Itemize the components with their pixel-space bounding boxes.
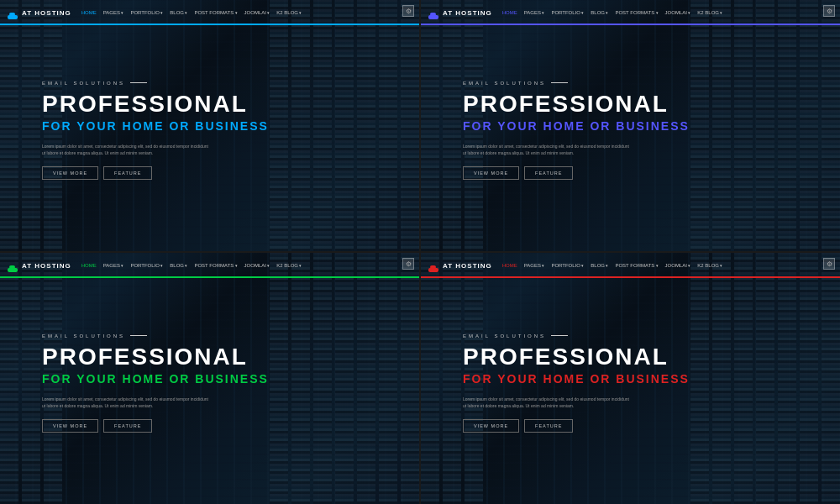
- feature-btn-3[interactable]: FEATURE: [103, 419, 152, 433]
- eyebrow-3: EMAIL SOLUTIONS: [42, 333, 147, 339]
- cloud-icon-4: [428, 261, 439, 270]
- buttons-3: VIEW MORE FEATURE: [42, 419, 152, 433]
- desc-1: Lorem ipsum dolor sit amet, consectetur …: [42, 143, 210, 156]
- settings-button-2[interactable]: ⚙: [823, 5, 835, 17]
- preview-card-3: AT HOSTING HOME PAGES PORTFOLIO BLOG POS…: [0, 253, 419, 504]
- desc-2: Lorem ipsum dolor sit amet, consectetur …: [463, 143, 631, 156]
- nav-joomlai-2[interactable]: JOOMLAI: [665, 10, 691, 15]
- content-1: AT HOSTING HOME PAGES PORTFOLIO BLOG POS…: [0, 0, 419, 251]
- brand-3: AT HOSTING: [7, 261, 71, 270]
- hero-1: EMAIL SOLUTIONS PROFESSIONAL FOR YOUR HO…: [0, 25, 419, 251]
- nav-postformats-4[interactable]: POST FORMATS: [615, 263, 658, 268]
- brand-name-2: AT HOSTING: [443, 9, 492, 17]
- content-4: AT HOSTING HOME PAGES PORTFOLIO BLOG POS…: [421, 253, 840, 504]
- subtitle-2: FOR YOUR HOME OR BUSINESS: [463, 119, 690, 133]
- cloud-icon-3: [7, 261, 18, 270]
- svg-rect-7: [430, 265, 436, 269]
- hero-4: EMAIL SOLUTIONS PROFESSIONAL FOR YOUR HO…: [421, 278, 840, 504]
- nav-postformats-2[interactable]: POST FORMATS: [615, 10, 658, 15]
- hero-3: EMAIL SOLUTIONS PROFESSIONAL FOR YOUR HO…: [0, 278, 419, 504]
- nav-blog-1[interactable]: BLOG: [170, 10, 187, 15]
- settings-button-3[interactable]: ⚙: [402, 258, 414, 270]
- nav-k2blog-4[interactable]: K2 BLOG: [697, 263, 722, 268]
- preview-card-1: AT HOSTING HOME PAGES PORTFOLIO BLOG POS…: [0, 0, 419, 251]
- nav-joomlai-1[interactable]: JOOMLAI: [244, 10, 270, 15]
- nav-pages-2[interactable]: PAGES: [524, 10, 545, 15]
- nav-pages-3[interactable]: PAGES: [103, 263, 124, 268]
- nav-home-2[interactable]: HOME: [502, 10, 517, 15]
- hero-2: EMAIL SOLUTIONS PROFESSIONAL FOR YOUR HO…: [421, 25, 840, 251]
- nav-postformats-3[interactable]: POST FORMATS: [194, 263, 237, 268]
- nav-blog-3[interactable]: BLOG: [170, 263, 187, 268]
- nav-home-4[interactable]: HOME: [502, 263, 517, 268]
- brand-name-3: AT HOSTING: [22, 262, 71, 270]
- nav-blog-4[interactable]: BLOG: [591, 263, 608, 268]
- eyebrow-2: EMAIL SOLUTIONS: [463, 81, 568, 86]
- navbar-4: AT HOSTING HOME PAGES PORTFOLIO BLOG POS…: [421, 253, 840, 278]
- nav-items-1: HOME PAGES PORTFOLIO BLOG POST FORMATS J…: [81, 10, 302, 15]
- navbar-1: AT HOSTING HOME PAGES PORTFOLIO BLOG POS…: [0, 0, 419, 25]
- nav-items-2: HOME PAGES PORTFOLIO BLOG POST FORMATS J…: [502, 10, 723, 15]
- desc-3: Lorem ipsum dolor sit amet, consectetur …: [42, 396, 210, 409]
- nav-portfolio-3[interactable]: PORTFOLIO: [130, 263, 163, 268]
- svg-rect-5: [9, 265, 15, 269]
- navbar-3: AT HOSTING HOME PAGES PORTFOLIO BLOG POS…: [0, 253, 419, 278]
- eyebrow-1: EMAIL SOLUTIONS: [42, 81, 147, 86]
- navbar-2: AT HOSTING HOME PAGES PORTFOLIO BLOG POS…: [421, 0, 840, 25]
- gear-icon-4: ⚙: [827, 260, 832, 268]
- feature-btn-4[interactable]: FEATURE: [524, 419, 573, 433]
- eyebrow-4: EMAIL SOLUTIONS: [463, 333, 568, 339]
- viewmore-btn-2[interactable]: VIEW MORE: [463, 166, 519, 180]
- nav-portfolio-4[interactable]: PORTFOLIO: [551, 263, 584, 268]
- viewmore-btn-3[interactable]: VIEW MORE: [42, 419, 98, 433]
- subtitle-4: FOR YOUR HOME OR BUSINESS: [463, 372, 690, 386]
- subtitle-3: FOR YOUR HOME OR BUSINESS: [42, 372, 269, 386]
- nav-joomlai-3[interactable]: JOOMLAI: [244, 263, 270, 268]
- nav-blog-2[interactable]: BLOG: [591, 10, 608, 15]
- nav-joomlai-4[interactable]: JOOMLAI: [665, 263, 691, 268]
- title-2: PROFESSIONAL: [463, 92, 669, 116]
- nav-k2blog-3[interactable]: K2 BLOG: [276, 263, 302, 268]
- title-4: PROFESSIONAL: [463, 345, 669, 369]
- nav-items-4: HOME PAGES PORTFOLIO BLOG POST FORMATS J…: [502, 263, 723, 268]
- content-3: AT HOSTING HOME PAGES PORTFOLIO BLOG POS…: [0, 253, 419, 504]
- content-2: AT HOSTING HOME PAGES PORTFOLIO BLOG POS…: [421, 0, 840, 251]
- cloud-icon-2: [428, 8, 439, 17]
- nav-pages-1[interactable]: PAGES: [103, 10, 124, 15]
- viewmore-btn-4[interactable]: VIEW MORE: [463, 419, 519, 433]
- preview-card-2: AT HOSTING HOME PAGES PORTFOLIO BLOG POS…: [421, 0, 840, 251]
- nav-home-1[interactable]: HOME: [81, 10, 97, 15]
- svg-rect-3: [430, 13, 436, 16]
- nav-home-3[interactable]: HOME: [81, 263, 97, 268]
- brand-4: AT HOSTING: [428, 261, 492, 270]
- svg-rect-1: [9, 13, 15, 16]
- cloud-icon-1: [7, 8, 18, 17]
- subtitle-1: FOR YOUR HOME OR BUSINESS: [42, 119, 269, 133]
- brand-name-4: AT HOSTING: [443, 262, 492, 270]
- brand-2: AT HOSTING: [428, 8, 492, 17]
- settings-button-4[interactable]: ⚙: [823, 258, 835, 270]
- nav-k2blog-1[interactable]: K2 BLOG: [276, 10, 302, 15]
- gear-icon-2: ⚙: [827, 8, 832, 15]
- nav-items-3: HOME PAGES PORTFOLIO BLOG POST FORMATS J…: [81, 263, 302, 268]
- brand-1: AT HOSTING: [7, 8, 71, 17]
- preview-card-4: AT HOSTING HOME PAGES PORTFOLIO BLOG POS…: [421, 253, 840, 504]
- desc-4: Lorem ipsum dolor sit amet, consectetur …: [463, 396, 631, 409]
- gear-icon-1: ⚙: [406, 8, 412, 15]
- gear-icon-3: ⚙: [406, 260, 412, 268]
- viewmore-btn-1[interactable]: VIEW MORE: [42, 166, 98, 180]
- nav-portfolio-1[interactable]: PORTFOLIO: [130, 10, 163, 15]
- nav-portfolio-2[interactable]: PORTFOLIO: [551, 10, 584, 15]
- buttons-4: VIEW MORE FEATURE: [463, 419, 573, 433]
- feature-btn-2[interactable]: FEATURE: [524, 166, 573, 180]
- feature-btn-1[interactable]: FEATURE: [103, 166, 152, 180]
- nav-k2blog-2[interactable]: K2 BLOG: [697, 10, 722, 15]
- brand-name-1: AT HOSTING: [22, 9, 71, 17]
- title-3: PROFESSIONAL: [42, 345, 248, 369]
- settings-button-1[interactable]: ⚙: [402, 5, 414, 17]
- nav-postformats-1[interactable]: POST FORMATS: [194, 10, 237, 15]
- buttons-2: VIEW MORE FEATURE: [463, 166, 573, 180]
- buttons-1: VIEW MORE FEATURE: [42, 166, 152, 180]
- title-1: PROFESSIONAL: [42, 92, 248, 116]
- nav-pages-4[interactable]: PAGES: [524, 263, 545, 268]
